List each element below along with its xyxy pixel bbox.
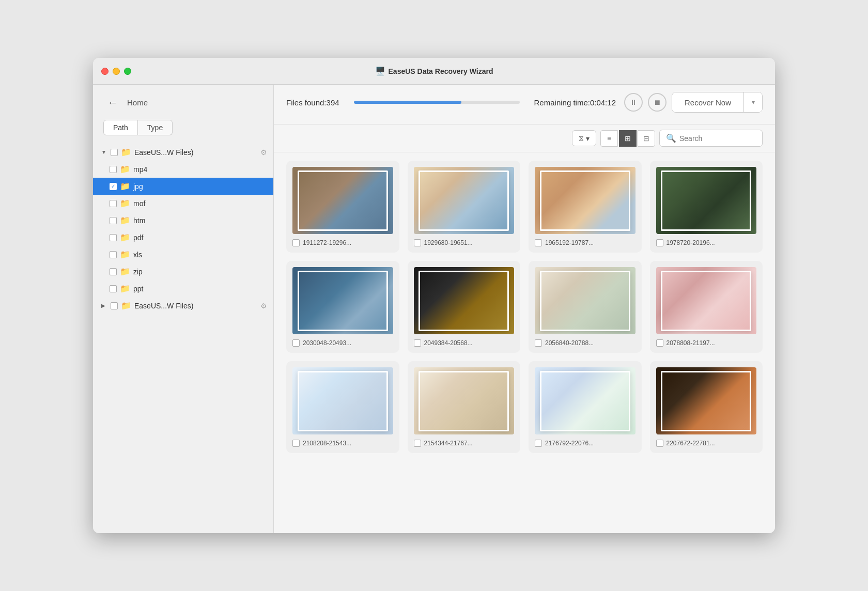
item-checkbox[interactable] — [414, 339, 421, 347]
item-name: 1978720-20196... — [667, 239, 715, 246]
tree-item-root1[interactable]: ▼ 📁 EaseUS...W Files) ⚙ — [93, 144, 273, 161]
stop-button[interactable]: ⏹ — [648, 93, 667, 112]
photo-frame — [661, 371, 751, 431]
tree-item-label: EaseUS...W Files) — [134, 302, 193, 310]
expand-icon: ▼ — [101, 149, 107, 155]
pause-button[interactable]: ⏸ — [624, 93, 643, 112]
folder-icon: 📁 — [121, 147, 131, 157]
search-box: 🔍 — [659, 130, 763, 147]
item-checkbox[interactable] — [292, 339, 300, 347]
gear-icon[interactable]: ⚙ — [260, 302, 267, 310]
item-checkbox[interactable] — [656, 339, 663, 347]
tab-path[interactable]: Path — [103, 120, 138, 135]
folder-icon: 📁 — [120, 181, 130, 191]
tree-item-htm[interactable]: 📁 htm — [93, 212, 273, 229]
recover-now-button[interactable]: Recover Now — [672, 92, 743, 112]
item-checkbox[interactable] — [110, 217, 117, 224]
item-name: 2078808-21197... — [667, 339, 715, 347]
item-footer: 1911272-19296... — [292, 239, 393, 246]
filter-chevron: ▾ — [586, 134, 590, 143]
list-icon: ≡ — [607, 134, 611, 143]
item-checkbox[interactable] — [656, 440, 663, 447]
tree-item-ppt[interactable]: 📁 ppt — [93, 280, 273, 297]
sidebar-tree: ▼ 📁 EaseUS...W Files) ⚙ 📁 mp4 ✓ 📁 jpg — [93, 142, 273, 533]
tree-item-xls[interactable]: 📁 xls — [93, 246, 273, 263]
main-window: 🖥️ EaseUS Data Recovery Wizard ← Home Pa… — [93, 58, 775, 533]
photo-frame — [298, 371, 388, 431]
item-checkbox[interactable] — [110, 268, 117, 275]
minimize-button[interactable] — [113, 68, 120, 75]
recover-chevron-button[interactable]: ▾ — [743, 92, 762, 112]
item-name: 2176792-22076... — [545, 440, 594, 447]
item-checkbox[interactable] — [110, 234, 117, 241]
item-checkbox[interactable] — [414, 239, 421, 246]
search-icon: 🔍 — [666, 133, 676, 143]
item-checkbox[interactable] — [110, 285, 117, 292]
stop-icon: ⏹ — [654, 98, 661, 106]
item-checkbox[interactable] — [414, 440, 421, 447]
item-checkbox[interactable] — [110, 166, 117, 173]
tree-item-label: ppt — [133, 285, 143, 293]
pause-icon: ⏸ — [630, 98, 637, 106]
item-footer: 2078808-21197... — [656, 339, 757, 347]
tree-item-mof[interactable]: 📁 mof — [93, 195, 273, 212]
item-checkbox[interactable] — [535, 239, 542, 246]
item-checkbox[interactable] — [656, 239, 663, 246]
thumb-image — [292, 167, 393, 234]
item-checkbox[interactable] — [111, 149, 118, 156]
close-button[interactable] — [101, 68, 109, 75]
grid-item-9[interactable]: 2108208-21543... — [286, 361, 399, 453]
item-checkbox[interactable]: ✓ — [110, 183, 117, 190]
tree-item-pdf[interactable]: 📁 pdf — [93, 229, 273, 246]
item-footer: 2176792-22076... — [535, 440, 636, 447]
thumb-image — [414, 367, 515, 434]
item-checkbox[interactable] — [111, 302, 118, 309]
item-checkbox[interactable] — [292, 440, 300, 447]
thumb-image — [535, 267, 636, 334]
tree-item-mp4[interactable]: 📁 mp4 — [93, 161, 273, 178]
item-checkbox[interactable] — [535, 440, 542, 447]
grid-view-button[interactable]: ⊞ — [619, 130, 637, 147]
tree-item-zip[interactable]: 📁 zip — [93, 263, 273, 280]
grid-item-2[interactable]: 1929680-19651... — [408, 161, 521, 253]
gear-icon[interactable]: ⚙ — [260, 148, 267, 157]
folder-icon: 📁 — [121, 301, 131, 310]
grid-item-5[interactable]: 2030048-20493... — [286, 261, 399, 353]
expand-icon: ▶ — [101, 303, 107, 308]
item-checkbox[interactable] — [110, 251, 117, 258]
grid-item-1[interactable]: 1911272-19296... — [286, 161, 399, 253]
grid-item-4[interactable]: 1978720-20196... — [650, 161, 763, 253]
back-button[interactable]: ← — [103, 93, 122, 112]
item-checkbox[interactable] — [292, 239, 300, 246]
grid-item-12[interactable]: 2207672-22781... — [650, 361, 763, 453]
tree-item-root2[interactable]: ▶ 📁 EaseUS...W Files) ⚙ — [93, 297, 273, 314]
search-input[interactable] — [679, 134, 770, 143]
photo-frame — [419, 371, 509, 431]
tree-item-jpg[interactable]: ✓ 📁 jpg — [93, 178, 273, 195]
tab-type[interactable]: Type — [138, 120, 173, 135]
grid-item-3[interactable]: 1965192-19787... — [529, 161, 642, 253]
photo-frame — [540, 271, 630, 331]
maximize-button[interactable] — [124, 68, 131, 75]
recover-now-group: Recover Now ▾ — [672, 92, 763, 113]
preview-view-button[interactable]: ⊟ — [638, 130, 655, 147]
grid-item-10[interactable]: 2154344-21767... — [408, 361, 521, 453]
grid-item-11[interactable]: 2176792-22076... — [529, 361, 642, 453]
list-view-button[interactable]: ≡ — [600, 130, 618, 147]
grid-item-7[interactable]: 2056840-20788... — [529, 261, 642, 353]
folder-icon: 📁 — [120, 232, 130, 242]
right-panel: Files found:394 Remaining time:0:04:12 ⏸ — [274, 85, 775, 533]
filter-button[interactable]: ⧖ ▾ — [572, 130, 596, 146]
folder-icon: 📁 — [120, 215, 130, 225]
folder-icon: 📁 — [120, 267, 130, 276]
grid-content: 1911272-19296... 1929680-19651... 196519… — [274, 152, 775, 533]
titlebar: 🖥️ EaseUS Data Recovery Wizard — [93, 58, 775, 85]
item-checkbox[interactable] — [535, 339, 542, 347]
item-checkbox[interactable] — [110, 200, 117, 207]
item-footer: 1978720-20196... — [656, 239, 757, 246]
grid-item-6[interactable]: 2049384-20568... — [408, 261, 521, 353]
tree-item-label: zip — [133, 268, 143, 276]
item-name: 2030048-20493... — [303, 339, 351, 347]
progress-track — [354, 101, 520, 104]
grid-item-8[interactable]: 2078808-21197... — [650, 261, 763, 353]
